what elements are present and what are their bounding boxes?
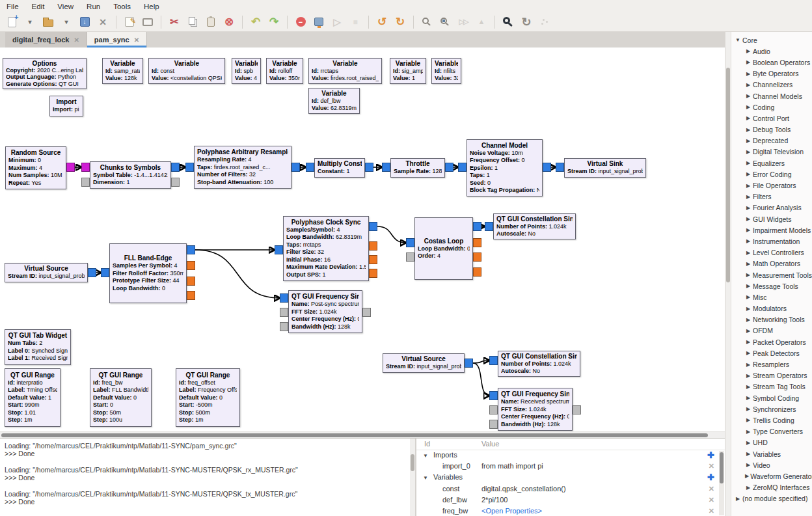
chevron-right-icon[interactable]: ▶ [745,317,751,323]
flowgraph-canvas[interactable]: OptionsCopyright: 2020 C...ering LabOutp… [0,48,725,431]
add-icon[interactable]: ✚ [707,450,714,460]
block-qt-gui-constellation-sink-1[interactable]: QT GUI Constellation SinkNumber of Point… [493,213,576,239]
chevron-right-icon[interactable]: ▶ [745,93,751,99]
tree-item-trellis-coding[interactable]: ▶Trellis Coding [731,414,812,426]
fll-band-edge-port-right-2[interactable] [187,277,195,286]
variable-group-variables[interactable]: ▼Variables✚ [416,472,725,483]
chevron-right-icon[interactable]: ▶ [745,216,751,222]
polyphase-clock-sync-port-right-0[interactable] [369,222,377,231]
throttle-port-right-0[interactable] [445,163,453,172]
console-scrollbar[interactable] [410,439,415,516]
variables-panel-scrollbar-handle[interactable] [720,452,724,483]
block-qt-gui-range-interpratio[interactable]: QT GUI RangeId: interpratioLabel: Tming … [5,368,61,427]
chevron-right-icon[interactable]: ▶ [745,440,751,446]
rotate-cw-button[interactable]: ↻ [392,14,408,30]
block-random-source[interactable]: Random SourceMinimum: 0Maximum: 4Num Sam… [5,146,66,189]
tree-item-error-coding[interactable]: ▶Error Coding [731,169,812,180]
block-var-const[interactable]: VariableId: constValue: <constellation Q… [148,58,225,84]
chevron-right-icon[interactable]: ▶ [745,406,751,412]
chevron-right-icon[interactable]: ▶ [745,205,751,211]
sidebar-scrollbar[interactable] [725,32,731,516]
tab-close-icon[interactable]: ✕ [74,36,79,44]
chevron-right-icon[interactable]: ▶ [745,485,751,491]
variable-row-const[interactable]: constdigital.qpsk_constellation()✕ [416,484,725,495]
tree-item-waveform-generators[interactable]: ▶Waveform Generators [731,470,812,482]
chevron-right-icon[interactable]: ▶ [745,283,751,289]
random-source-port-right-0[interactable] [66,163,75,172]
find-blocks-button[interactable] [500,14,516,30]
copy-button[interactable] [185,14,200,30]
qt-gui-frequency-sink-1-port-left-0[interactable] [280,293,288,303]
tree-item-control-port[interactable]: ▶Control Port [731,113,812,124]
menu-edit[interactable]: Edit [32,3,45,10]
block-qt-gui-tab-widget[interactable]: QT GUI Tab WidgetNum Tabs: 2Label 0: Syn… [5,329,71,365]
new-flowgraph-button[interactable] [4,14,20,30]
tree-item-boolean-operators[interactable]: ▶Boolean Operators [731,57,812,68]
tree-item-math-operators[interactable]: ▶Math Operators [731,258,812,269]
tree-item-stream-operators[interactable]: ▶Stream Operators [731,370,812,381]
chevron-down-icon[interactable]: ▼ [423,475,428,481]
tree-item-byte-operators[interactable]: ▶Byte Operators [731,68,812,79]
block-var-nfilts[interactable]: VariableId: nfiltsValue: 32 [431,58,461,84]
chevron-right-icon[interactable]: ▶ [745,171,751,177]
zoom-out-button[interactable] [437,14,453,30]
qt-gui-frequency-sink-2-port-left-1[interactable] [489,405,498,414]
tree-item-video[interactable]: ▶Video [731,459,812,470]
block-costas-loop[interactable]: Costas LoopLoop Bandwidth: 0Order: 4 [414,217,473,280]
tab-digital-freq-lock[interactable]: digital_freq_lock✕ [5,32,87,48]
canvas-horizontal-scrollbar[interactable] [0,431,725,438]
chunks-to-symbols-port-left-0[interactable] [81,163,90,172]
chevron-right-icon[interactable]: ▶ [745,473,749,479]
sidebar-scrollbar-handle[interactable] [726,68,730,282]
tab-close-icon[interactable]: ✕ [134,36,139,44]
new-flowgraph-dropdown[interactable]: ▾ [22,14,38,30]
polyphase-arbitrary-resampler-port-right-0[interactable] [291,163,300,172]
tree-item-peak-detectors[interactable]: ▶Peak Detectors [731,347,812,359]
connection-wire[interactable] [473,360,489,363]
qt-gui-frequency-sink-2-port-left-2[interactable] [489,420,498,429]
tree-item-variables[interactable]: ▶Variables [731,448,812,459]
close-button[interactable]: ✕ [95,14,111,30]
variable-row-freq-bw[interactable]: freq_bw<Open Properties>✕ [416,506,725,516]
menu-file[interactable]: File [7,3,19,10]
tree-item-audio[interactable]: ▶Audio [731,46,812,57]
chevron-right-icon[interactable]: ▶ [745,451,751,457]
fll-band-edge-port-right-0[interactable] [187,245,195,254]
tree-item-modulators[interactable]: ▶Modulators [731,303,812,314]
remove-icon[interactable]: ✕ [709,496,714,504]
qt-gui-frequency-sink-1-port-left-1[interactable] [280,308,288,317]
polyphase-clock-sync-port-right-3[interactable] [369,269,377,278]
throttle-port-left-0[interactable] [382,163,390,172]
chevron-right-icon[interactable]: ▶ [745,238,751,244]
chevron-right-icon[interactable]: ▶ [745,306,751,312]
qt-gui-constellation-sink-2-port-left-0[interactable] [489,356,498,365]
costas-loop-port-right-0[interactable] [473,222,481,231]
tree-item-packet-operators[interactable]: ▶Packet Operators [731,336,812,347]
paste-button[interactable] [203,14,219,30]
zoom-in-button[interactable] [419,14,435,30]
virtual-sink-port-left-0[interactable] [556,163,564,172]
tree-item-uhd[interactable]: ▶UHD [731,437,812,448]
block-channel-model[interactable]: Channel ModelNoise Voltage: 10mFrequency… [467,139,543,197]
virtual-source-2-port-right-0[interactable] [465,359,473,368]
chevron-right-icon[interactable]: ▶ [745,462,751,468]
tree-item-fourier-analysis[interactable]: ▶Fourier Analysis [731,202,812,213]
chevron-right-icon[interactable]: ▶ [745,194,751,200]
costas-loop-port-left-0[interactable] [406,238,414,247]
tree-item-symbol-coding[interactable]: ▶Symbol Coding [731,392,812,403]
chunks-to-symbols-port-right-0[interactable] [171,163,180,172]
canvas-horizontal-scrollbar-handle[interactable] [1,433,708,437]
tree-item-core[interactable]: ▼Core [731,34,812,46]
tree-item-channel-models[interactable]: ▶Channel Models [731,90,812,102]
chevron-right-icon[interactable]: ▶ [745,373,751,379]
console-scrollbar-handle[interactable] [411,454,414,471]
chevron-right-icon[interactable]: ▶ [745,82,751,88]
tree-item-message-tools[interactable]: ▶Message Tools [731,280,812,292]
chevron-right-icon[interactable]: ▶ [745,127,751,133]
block-polyphase-clock-sync[interactable]: Polyphase Clock SyncSamples/Symbol: 4Loo… [283,216,369,281]
block-polyphase-arbitrary-resampler[interactable]: Polyphase Arbitrary ResamplerResampling … [194,146,291,189]
tree-item-file-operators[interactable]: ▶File Operators [731,180,812,191]
block-qt-gui-range-freq_bw[interactable]: QT GUI RangeId: freq_bwLabel: FLL Bandwi… [90,368,152,427]
tree-item-coding[interactable]: ▶Coding [731,102,812,113]
reload-blocks-button[interactable]: ↻ [519,14,534,30]
